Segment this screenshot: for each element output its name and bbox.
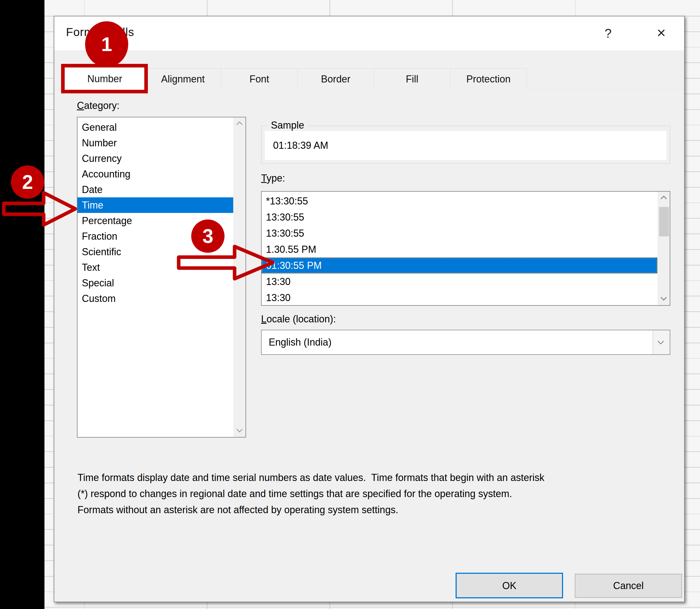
type-item[interactable]: 13:30 (262, 274, 658, 290)
tab-fill[interactable]: Fill (374, 68, 450, 89)
step1-badge: 1 (85, 21, 128, 67)
scroll-up-icon[interactable] (234, 117, 246, 130)
help-icon[interactable]: ? (598, 23, 617, 44)
type-item[interactable]: 13:30 (262, 290, 658, 306)
close-icon[interactable]: × (650, 21, 672, 44)
type-scrollbar[interactable] (658, 192, 670, 305)
type-item[interactable]: 1.30.55 PM (262, 241, 658, 257)
category-label: Category: (77, 100, 120, 111)
format-cells-dialog: Format Cells ? × Number Alignment Font B… (54, 16, 685, 602)
scroll-down-icon[interactable] (658, 292, 670, 305)
category-item[interactable]: General (77, 120, 246, 135)
description-line: (*) respond to changes in regional date … (77, 486, 686, 502)
scroll-up-icon[interactable] (658, 192, 670, 205)
scroll-down-icon[interactable] (234, 424, 246, 437)
category-item[interactable]: Currency (77, 151, 246, 166)
locale-value: English (India) (269, 336, 331, 348)
tab-protection[interactable]: Protection (450, 68, 527, 89)
sample-groupbox: Sample 01:18:39 AM (261, 125, 670, 164)
description-line: Formats without an asterisk are not affe… (77, 502, 686, 518)
ok-button[interactable]: OK (455, 573, 563, 598)
tab-number[interactable]: Number (65, 68, 144, 89)
locale-dropdown[interactable]: English (India) (261, 330, 670, 355)
format-description: Time formats display date and time seria… (77, 470, 686, 518)
cancel-button[interactable]: Cancel (575, 574, 682, 598)
tab-alignment[interactable]: Alignment (145, 68, 221, 89)
left-black-strip (0, 0, 44, 609)
tab-font[interactable]: Font (221, 68, 298, 89)
category-item[interactable]: Accounting (77, 166, 246, 182)
category-item[interactable]: Date (77, 182, 246, 197)
scrollbar-thumb[interactable] (659, 207, 669, 237)
type-item-selected[interactable]: 01:30:55 PM (262, 257, 658, 274)
chevron-down-icon (658, 338, 664, 345)
type-item[interactable]: *13:30:55 (262, 193, 658, 209)
sample-value: 01:18:39 AM (273, 140, 328, 151)
category-item[interactable]: Custom (77, 291, 246, 306)
type-item[interactable]: 13:30:55 (262, 225, 658, 241)
tab-border[interactable]: Border (298, 68, 374, 89)
type-item[interactable]: 13:30:55 (262, 209, 658, 225)
type-listbox: *13:30:55 13:30:55 13:30:55 1.30.55 PM 0… (261, 191, 670, 306)
tab-strip: Number Alignment Font Border Fill Protec… (54, 68, 684, 89)
dropdown-button[interactable] (653, 330, 670, 354)
step3-arrow-icon (176, 242, 277, 284)
category-item-selected[interactable]: Time (77, 197, 233, 213)
type-label: Type: (261, 173, 285, 184)
dialog-titlebar: Format Cells ? × (54, 16, 684, 50)
description-line: Time formats display date and time seria… (77, 470, 686, 486)
step2-arrow-icon (0, 188, 79, 229)
locale-label: Locale (location): (261, 313, 336, 325)
sample-preview: 01:18:39 AM (265, 131, 666, 160)
category-item[interactable]: Number (77, 135, 246, 151)
sample-label: Sample (268, 120, 307, 131)
